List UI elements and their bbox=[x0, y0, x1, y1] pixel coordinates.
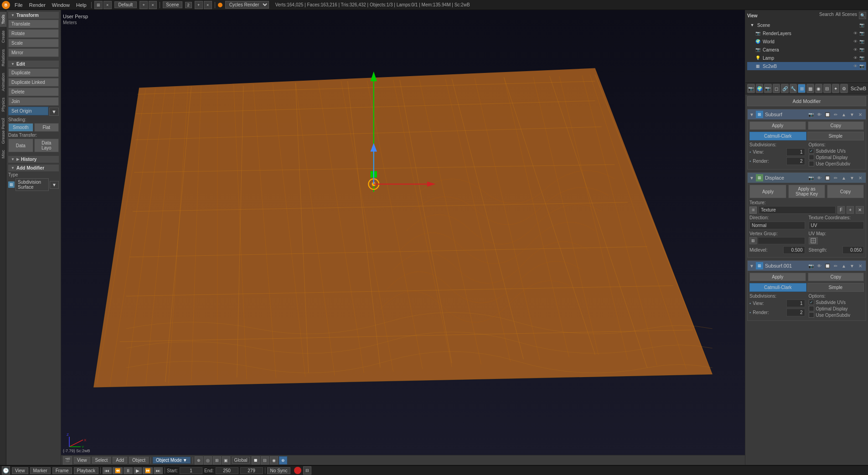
displace-x-btn[interactable]: ✕ bbox=[857, 174, 864, 181]
data-btn[interactable]: Data bbox=[8, 139, 33, 152]
subsurf2-edit-icon[interactable]: ✏ bbox=[832, 262, 839, 269]
midlevel-value[interactable]: 0.500 bbox=[783, 246, 805, 254]
texture-f-btn[interactable]: F bbox=[837, 206, 845, 214]
add-modifier-header[interactable]: Add Modifier bbox=[8, 165, 59, 171]
flat-btn[interactable]: Flat bbox=[34, 123, 59, 132]
subsurf2-render-icon[interactable]: 🔲 bbox=[824, 262, 831, 269]
marker-btn[interactable]: Marker bbox=[30, 467, 51, 474]
outliner-search-btn[interactable]: 🔍 bbox=[859, 12, 866, 19]
record-btn[interactable] bbox=[294, 467, 301, 474]
scene-add[interactable]: + bbox=[195, 1, 203, 9]
start-field[interactable]: 1 bbox=[180, 467, 202, 474]
vp-icon-trans[interactable]: ▣ bbox=[222, 456, 230, 465]
no-sync-selector[interactable]: No Sync bbox=[267, 467, 291, 474]
tab-misc[interactable]: Misc bbox=[0, 147, 6, 161]
tab-physics[interactable]: Physics bbox=[0, 95, 6, 114]
subsurf2-opensubdiv-checkbox[interactable] bbox=[809, 312, 814, 318]
layout-x-btn[interactable]: × bbox=[149, 1, 157, 9]
subsurf-simple-tab[interactable]: Simple bbox=[807, 132, 864, 140]
subsurf-apply-btn[interactable]: Apply bbox=[749, 121, 806, 130]
set-origin-btn[interactable]: Set Origin bbox=[8, 107, 48, 115]
subsurf2-collapse-arrow[interactable]: ▼ bbox=[749, 263, 754, 268]
subsurf-edit-icon[interactable]: ✏ bbox=[832, 111, 839, 118]
subsurf2-catmullclark-tab[interactable]: Catmull-Clark bbox=[749, 283, 806, 292]
direction-select[interactable]: Normal bbox=[749, 222, 805, 229]
subsurf-render-icon[interactable]: 🔲 bbox=[824, 111, 831, 118]
object-mode-selector[interactable]: Object Mode ▼ bbox=[153, 457, 191, 464]
menu-render[interactable]: Render bbox=[27, 2, 47, 8]
subsurf-down-btn[interactable]: ▼ bbox=[848, 111, 856, 118]
displace-edit-icon[interactable]: ✏ bbox=[832, 174, 839, 181]
subsurf-catmullclark-tab[interactable]: Catmull-Clark bbox=[749, 132, 806, 140]
subsurf2-optimal-display-checkbox[interactable] bbox=[809, 306, 814, 311]
camera-eye[interactable]: 👁 bbox=[853, 47, 858, 52]
transform-header[interactable]: Transform bbox=[8, 12, 59, 19]
subsurf-collapse-arrow[interactable]: ▼ bbox=[749, 112, 754, 117]
sc2wb-eye[interactable]: 👁 bbox=[853, 64, 858, 68]
displace-apply-shape-btn[interactable]: Apply as Shape Key bbox=[788, 185, 825, 198]
viewport[interactable]: User Persp Meters bbox=[61, 10, 745, 465]
displace-copy-btn[interactable]: Copy bbox=[827, 185, 864, 198]
vp-icon-tex[interactable]: ⊕ bbox=[279, 456, 287, 465]
outliner-camera[interactable]: 📷 Camera 👁 📷 bbox=[747, 46, 866, 54]
menu-file[interactable]: File bbox=[13, 2, 25, 8]
displace-apply-btn[interactable]: Apply bbox=[749, 185, 786, 198]
subsurf2-copy-btn[interactable]: Copy bbox=[808, 273, 864, 281]
strength-value[interactable]: 0.050 bbox=[842, 246, 864, 254]
displace-eye-icon[interactable]: 👁 bbox=[816, 174, 823, 181]
current-frame-field[interactable]: 279 bbox=[240, 467, 263, 474]
rl-eye[interactable]: 👁 bbox=[853, 31, 858, 36]
scene-render-icon[interactable]: 📷 bbox=[859, 23, 864, 27]
layout-selector[interactable]: Default bbox=[114, 1, 137, 8]
prop-data-icon[interactable]: ▦ bbox=[806, 84, 814, 93]
smooth-btn[interactable]: Smooth bbox=[8, 123, 33, 132]
prop-material-icon[interactable]: ◉ bbox=[815, 84, 823, 93]
subsurf2-render-value[interactable]: 2 bbox=[786, 309, 805, 316]
vp-icon-pivot[interactable]: ◎ bbox=[204, 456, 212, 465]
add-modifier-btn[interactable]: Add Modifier bbox=[747, 96, 866, 106]
history-header[interactable]: ▶ History bbox=[8, 156, 59, 163]
prop-object-icon[interactable]: ◻ bbox=[773, 84, 780, 93]
subsurf-opensubdiv-checkbox[interactable] bbox=[809, 161, 814, 166]
world-eye[interactable]: 👁 bbox=[853, 39, 858, 44]
subsurf-render-value[interactable]: 2 bbox=[786, 157, 805, 165]
displace-render-icon[interactable]: 🔲 bbox=[824, 174, 831, 181]
texture-name[interactable]: Texture bbox=[759, 206, 836, 214]
outliner-lamp[interactable]: 💡 Lamp 👁 📷 bbox=[747, 54, 866, 62]
subsurf-up-btn[interactable]: ▲ bbox=[840, 111, 847, 118]
end-field[interactable]: 250 bbox=[216, 467, 238, 474]
outliner-all-scenes[interactable]: All Scenes bbox=[836, 12, 857, 19]
play-prev-btn[interactable]: ⏪ bbox=[113, 467, 123, 474]
tab-animation[interactable]: Animation bbox=[0, 70, 6, 94]
mirror-btn[interactable]: Mirror bbox=[8, 48, 59, 57]
vertex-group-field[interactable] bbox=[758, 237, 805, 244]
layout-add-btn[interactable]: + bbox=[140, 1, 148, 9]
subsurf-copy-btn[interactable]: Copy bbox=[808, 121, 864, 130]
play-start-btn[interactable]: ⏮ bbox=[103, 467, 112, 474]
render-engine-selector[interactable]: Cycles Render bbox=[225, 1, 269, 9]
displace-cam-icon[interactable]: 📷 bbox=[807, 174, 815, 181]
timeline-icon[interactable]: 🕒 bbox=[2, 466, 10, 475]
prop-constraint-icon[interactable]: 🔗 bbox=[781, 84, 789, 93]
rotate-btn[interactable]: Rotate bbox=[8, 29, 59, 38]
join-btn[interactable]: Join bbox=[8, 97, 59, 106]
subsurf-view-value[interactable]: 1 bbox=[786, 148, 805, 156]
duplicate-btn[interactable]: Duplicate bbox=[8, 68, 59, 77]
prop-modifier-icon[interactable]: 🔧 bbox=[790, 84, 797, 93]
pause-btn[interactable]: ⏸ bbox=[124, 467, 133, 474]
texture-coords-select[interactable]: UV bbox=[809, 222, 864, 229]
outliner-world[interactable]: 🌍 World 👁 📷 bbox=[747, 37, 866, 46]
menu-window[interactable]: Window bbox=[50, 2, 72, 8]
data-layo-btn[interactable]: Data Layo bbox=[34, 139, 59, 152]
tl-icon1[interactable]: ⊟ bbox=[303, 466, 311, 475]
lamp-render[interactable]: 📷 bbox=[859, 56, 864, 60]
subsurf2-apply-btn[interactable]: Apply bbox=[749, 273, 806, 281]
camera-render[interactable]: 📷 bbox=[859, 47, 864, 52]
vp-icon-render[interactable]: 🔲 bbox=[252, 456, 260, 465]
rl-render[interactable]: 📷 bbox=[859, 31, 864, 36]
translate-btn[interactable]: Translate bbox=[8, 20, 59, 28]
outliner-search[interactable]: Search bbox=[819, 12, 834, 19]
tab-tools[interactable]: Tools bbox=[0, 12, 6, 27]
tab-relations[interactable]: Relations bbox=[0, 46, 6, 69]
displace-collapse-arrow[interactable]: ▼ bbox=[749, 176, 754, 181]
